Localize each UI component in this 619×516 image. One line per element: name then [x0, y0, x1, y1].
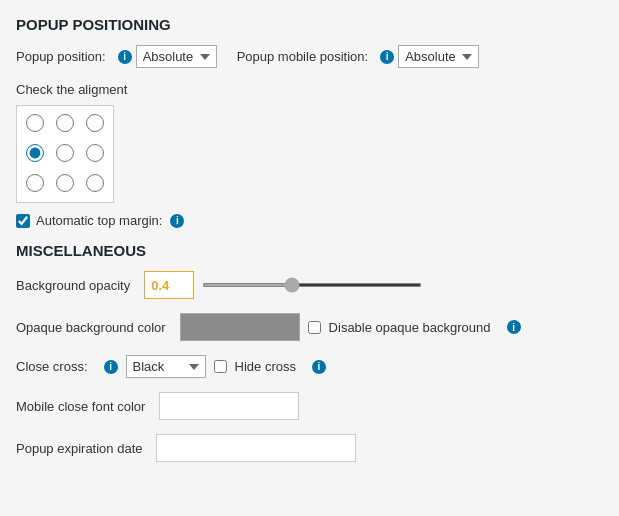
alignment-bottom-left[interactable] [26, 174, 44, 192]
close-cross-row: Close cross: i Black White Gray Hide cro… [16, 355, 603, 378]
popup-mobile-position-group: Popup mobile position: i Absolute Fixed … [237, 45, 480, 68]
popup-expiration-date-label: Popup expiration date [16, 441, 142, 456]
background-opacity-row: Background opacity [16, 271, 603, 299]
alignment-middle-left[interactable] [26, 144, 44, 162]
mobile-close-font-color-label: Mobile close font color [16, 399, 145, 414]
alignment-middle-center[interactable] [56, 144, 74, 162]
popup-position-select[interactable]: Absolute Fixed Relative [136, 45, 217, 68]
popup-mobile-position-info-icon[interactable]: i [380, 50, 394, 64]
automatic-top-margin-checkbox[interactable] [16, 214, 30, 228]
alignment-middle-right[interactable] [86, 144, 104, 162]
disable-opaque-bg-label: Disable opaque background [329, 320, 491, 335]
hide-cross-info-icon[interactable]: i [312, 360, 326, 374]
hide-cross-label: Hide cross [235, 359, 296, 374]
close-cross-select[interactable]: Black White Gray [126, 355, 206, 378]
disable-opaque-bg-checkbox[interactable] [308, 321, 321, 334]
popup-positioning-title: POPUP POSITIONING [16, 16, 603, 33]
popup-expiration-date-input[interactable] [156, 434, 356, 462]
automatic-top-margin-info-icon[interactable]: i [170, 214, 184, 228]
automatic-top-margin-row: Automatic top margin: i [16, 213, 603, 228]
close-cross-info-icon[interactable]: i [104, 360, 118, 374]
alignment-top-center[interactable] [56, 114, 74, 132]
hide-cross-checkbox[interactable] [214, 360, 227, 373]
alignment-top-right[interactable] [86, 114, 104, 132]
popup-position-info-icon[interactable]: i [118, 50, 132, 64]
opaque-bg-color-input[interactable] [180, 313, 300, 341]
mobile-close-font-color-row: Mobile close font color [16, 392, 603, 420]
popup-position-row: Popup position: i Absolute Fixed Relativ… [16, 45, 603, 68]
background-opacity-slider-container [202, 283, 422, 287]
popup-mobile-position-select[interactable]: Absolute Fixed Relative [398, 45, 479, 68]
alignment-label: Check the aligment [16, 82, 603, 97]
popup-position-label: Popup position: [16, 49, 106, 64]
background-opacity-input[interactable] [144, 271, 194, 299]
miscellaneous-section: MISCELLANEOUS Background opacity Opaque … [16, 242, 603, 462]
alignment-bottom-right[interactable] [86, 174, 104, 192]
background-opacity-label: Background opacity [16, 278, 130, 293]
alignment-grid [16, 105, 114, 203]
alignment-bottom-center[interactable] [56, 174, 74, 192]
opaque-bg-color-row: Opaque background color Disable opaque b… [16, 313, 603, 341]
disable-opaque-bg-info-icon[interactable]: i [507, 320, 521, 334]
opaque-bg-color-label: Opaque background color [16, 320, 166, 335]
close-cross-label: Close cross: [16, 359, 88, 374]
popup-expiration-date-row: Popup expiration date [16, 434, 603, 462]
automatic-top-margin-label: Automatic top margin: [36, 213, 162, 228]
background-opacity-slider[interactable] [202, 283, 422, 287]
alignment-top-left[interactable] [26, 114, 44, 132]
mobile-close-font-color-input[interactable] [159, 392, 299, 420]
popup-mobile-position-label: Popup mobile position: [237, 49, 369, 64]
popup-position-group: Popup position: i Absolute Fixed Relativ… [16, 45, 217, 68]
miscellaneous-title: MISCELLANEOUS [16, 242, 603, 259]
